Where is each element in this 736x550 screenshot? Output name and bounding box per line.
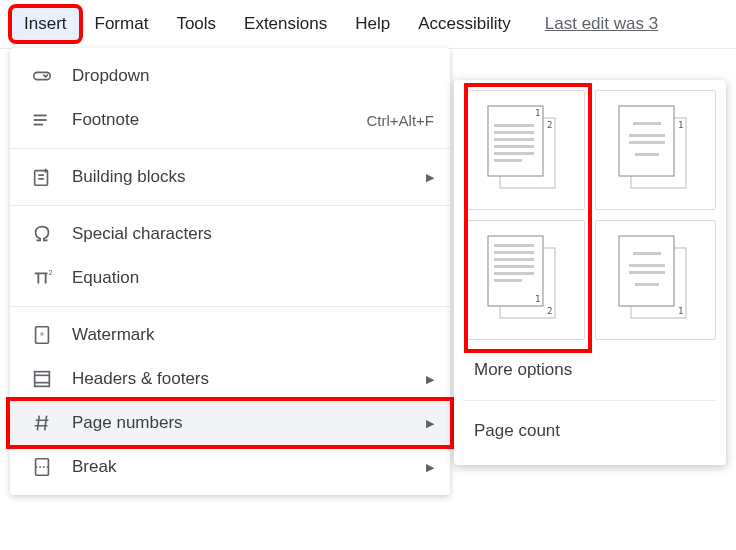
menu-label: Page numbers [72, 413, 414, 433]
submenu-page-count[interactable]: Page count [464, 407, 716, 455]
insert-menu: Dropdown Footnote Ctrl+Alt+F Building bl… [10, 48, 450, 495]
menubar-help[interactable]: Help [343, 8, 402, 40]
svg-rect-19 [494, 145, 534, 148]
omega-icon [30, 222, 54, 246]
svg-rect-4 [35, 171, 48, 186]
svg-rect-8 [35, 372, 50, 387]
menu-headers-footers[interactable]: Headers & footers ▶ [10, 357, 450, 401]
svg-rect-16 [494, 124, 534, 127]
menu-watermark[interactable]: Watermark [10, 313, 450, 357]
chevron-right-icon: ▶ [426, 417, 434, 430]
page-thumb-icon: 1 2 [480, 100, 570, 200]
svg-rect-17 [494, 131, 534, 134]
svg-rect-20 [494, 152, 534, 155]
menubar-extensions[interactable]: Extensions [232, 8, 339, 40]
svg-rect-26 [629, 134, 665, 137]
menu-divider [10, 148, 450, 149]
svg-rect-44 [629, 271, 665, 274]
menu-divider [10, 306, 450, 307]
svg-rect-25 [633, 122, 661, 125]
menubar-insert[interactable]: Insert [12, 8, 79, 40]
dropdown-icon [30, 64, 54, 88]
menu-label: Watermark [72, 325, 434, 345]
svg-point-7 [40, 332, 44, 336]
svg-rect-45 [635, 283, 659, 286]
menu-special-characters[interactable]: Special characters [10, 212, 450, 256]
svg-text:2: 2 [547, 306, 552, 316]
menu-equation[interactable]: 2 Equation [10, 256, 450, 300]
svg-text:1: 1 [678, 120, 683, 130]
page-numbers-submenu: 1 2 1 [454, 80, 726, 465]
menu-label: Dropdown [72, 66, 434, 86]
svg-rect-27 [629, 141, 665, 144]
menu-shortcut: Ctrl+Alt+F [366, 112, 434, 129]
submenu-divider [464, 400, 716, 401]
svg-text:2: 2 [48, 268, 52, 277]
svg-text:1: 1 [535, 108, 540, 118]
page-thumb-icon: 1 [611, 100, 701, 200]
svg-rect-42 [633, 252, 661, 255]
page-number-thumbnails: 1 2 1 [464, 90, 716, 340]
break-icon [30, 455, 54, 479]
menu-building-blocks[interactable]: Building blocks ▶ [10, 155, 450, 199]
watermark-icon [30, 323, 54, 347]
menubar-accessibility[interactable]: Accessibility [406, 8, 523, 40]
svg-rect-3 [34, 124, 43, 126]
thumb-bottom-right-skip-first[interactable]: 1 [595, 220, 716, 340]
menu-label: Building blocks [72, 167, 414, 187]
svg-rect-21 [494, 159, 522, 162]
chevron-right-icon: ▶ [426, 171, 434, 184]
svg-rect-34 [494, 251, 534, 254]
svg-text:2: 2 [547, 120, 552, 130]
menu-dropdown[interactable]: Dropdown [10, 54, 450, 98]
svg-rect-37 [494, 272, 534, 275]
thumb-top-right-numbered[interactable]: 1 2 [464, 90, 585, 210]
page-thumb-icon: 1 [611, 230, 701, 330]
menubar-format[interactable]: Format [83, 8, 161, 40]
svg-rect-33 [494, 244, 534, 247]
headers-footers-icon [30, 367, 54, 391]
chevron-right-icon: ▶ [426, 461, 434, 474]
menu-label: Break [72, 457, 414, 477]
menu-page-numbers[interactable]: Page numbers ▶ [10, 401, 450, 445]
menu-label: Equation [72, 268, 434, 288]
svg-rect-2 [34, 119, 47, 121]
page-thumb-icon: 1 2 [480, 230, 570, 330]
submenu-more-options[interactable]: More options [464, 346, 716, 394]
svg-rect-28 [635, 153, 659, 156]
svg-rect-35 [494, 258, 534, 261]
pi-icon: 2 [30, 266, 54, 290]
svg-rect-11 [36, 459, 49, 476]
svg-rect-43 [629, 264, 665, 267]
chevron-right-icon: ▶ [426, 373, 434, 386]
svg-rect-1 [34, 115, 47, 117]
thumb-bottom-right-numbered[interactable]: 1 2 [464, 220, 585, 340]
footnote-icon [30, 108, 54, 132]
svg-rect-36 [494, 265, 534, 268]
hash-icon [30, 411, 54, 435]
menu-footnote[interactable]: Footnote Ctrl+Alt+F [10, 98, 450, 142]
menu-break[interactable]: Break ▶ [10, 445, 450, 489]
menu-label: Special characters [72, 224, 434, 244]
menubar-tools[interactable]: Tools [164, 8, 228, 40]
svg-rect-0 [34, 72, 51, 79]
menu-label: Footnote [72, 110, 354, 130]
svg-rect-18 [494, 138, 534, 141]
last-edit-text[interactable]: Last edit was 3 [545, 14, 658, 34]
menu-divider [10, 205, 450, 206]
svg-rect-38 [494, 279, 522, 282]
svg-text:1: 1 [678, 306, 683, 316]
building-blocks-icon [30, 165, 54, 189]
menu-label: Headers & footers [72, 369, 414, 389]
menubar: Insert Format Tools Extensions Help Acce… [0, 0, 736, 49]
thumb-top-right-skip-first[interactable]: 1 [595, 90, 716, 210]
svg-text:1: 1 [535, 294, 540, 304]
